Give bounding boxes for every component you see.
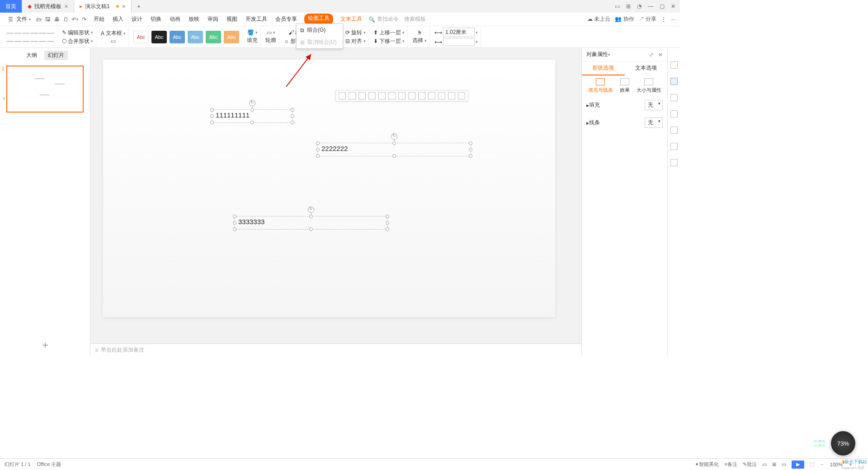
open-icon[interactable]: 🗁	[35, 15, 43, 24]
location-icon[interactable]	[670, 127, 678, 134]
maximize-icon[interactable]: ▢	[660, 3, 665, 9]
fill-label: 填充	[247, 37, 258, 44]
menu-design[interactable]: 设计	[131, 14, 143, 25]
fill-line-tab[interactable]: 填充与线条	[588, 78, 613, 94]
layer-up[interactable]: ⬆上移一层▾	[373, 29, 405, 37]
search-input[interactable]: 🔍查找命令、搜索模板	[368, 15, 426, 23]
placeholder-box[interactable]: ▭	[111, 38, 116, 44]
feedback-icon[interactable]	[670, 159, 678, 166]
dropdown-group[interactable]: ⧉组合(G)	[297, 24, 343, 36]
floating-align-toolbar[interactable]	[335, 90, 468, 101]
link-icon[interactable]	[670, 110, 678, 118]
panel-title: 对象属性	[586, 51, 608, 58]
outline-label: 轮廓	[265, 37, 276, 44]
cloud-status[interactable]: ☁ 未上云	[587, 15, 610, 23]
height-icon: ⟷	[434, 39, 442, 45]
textbox-3-text: 3333333	[238, 218, 264, 226]
menu-view[interactable]: 视图	[226, 14, 238, 25]
notes-bar[interactable]: ≡单击此处添加备注	[90, 343, 581, 356]
menu-transition[interactable]: 切换	[150, 14, 162, 25]
properties-icon[interactable]	[670, 78, 678, 85]
tab-home[interactable]: 首页	[0, 0, 22, 13]
layout-icon[interactable]: ▭	[615, 3, 620, 9]
textbox-1[interactable]: 111111111	[212, 109, 293, 123]
annotation-arrow	[284, 51, 320, 91]
minimize-icon[interactable]: —	[648, 3, 653, 9]
size-props-tab[interactable]: 大小与属性	[637, 78, 661, 94]
canvas-area: 111111111 2222222 3333333 ≡单击此处添加备注	[90, 48, 581, 356]
slides-tab[interactable]: 幻灯片	[44, 51, 68, 60]
print-icon[interactable]: 🖶	[53, 15, 61, 24]
properties-panel: 对象属性▾⤢✕ 形状选项 文本选项 填充与线条 效果 大小与属性 ▸ 填充无 ▸…	[581, 48, 667, 356]
edit-shape[interactable]: ✎编辑形状▾	[62, 29, 93, 37]
redo-icon[interactable]: ↷	[80, 15, 88, 24]
shape-gallery[interactable]	[6, 29, 54, 45]
more-icon[interactable]: ⋮	[661, 16, 666, 23]
outline-tab[interactable]: 大纲	[23, 51, 41, 60]
close-panel-icon[interactable]: ✕	[658, 52, 663, 58]
align-button[interactable]: ⊟对齐▾	[345, 38, 366, 45]
height-input[interactable]	[443, 38, 475, 46]
diamond-icon[interactable]	[670, 61, 678, 69]
select-label[interactable]: 选择▾	[412, 37, 427, 44]
fill-row[interactable]: ▸ 填充无	[582, 96, 667, 114]
tab-template[interactable]: ◆找稻壳模板✕	[22, 0, 74, 13]
close-icon[interactable]: ✕	[122, 4, 126, 9]
help-icon[interactable]	[670, 143, 678, 150]
share-button[interactable]: ↗ 分享	[639, 15, 656, 23]
dropdown-ungroup: ⊞取消组合(U)	[297, 36, 343, 48]
style-6[interactable]: Abc	[224, 31, 239, 43]
shape-options-tab[interactable]: 形状选项	[582, 61, 625, 75]
collapse-ribbon-icon[interactable]: ︿	[671, 15, 676, 23]
slide[interactable]: 111111111 2222222 3333333	[103, 60, 555, 317]
skin-icon[interactable]: ◔	[637, 3, 642, 9]
width-input[interactable]: 1.02厘米	[443, 28, 475, 37]
textbox-2-text: 2222222	[321, 145, 348, 152]
menu-vip[interactable]: 会员专享	[274, 14, 298, 25]
pin-icon[interactable]: ⤢	[649, 52, 654, 58]
file-menu[interactable]: ☰文件▾	[4, 15, 34, 24]
preview-icon[interactable]: 🗋	[62, 15, 70, 24]
style-3[interactable]: Abc	[170, 31, 185, 43]
apps-icon[interactable]: ⊞	[626, 3, 631, 9]
image-icon[interactable]	[670, 94, 678, 101]
slide-thumb-1[interactable]: 1	[6, 66, 84, 113]
add-slide-button[interactable]: ＋	[40, 338, 50, 352]
collab-button[interactable]: 👥 协作	[615, 15, 634, 23]
menu-start[interactable]: 开始	[93, 14, 105, 25]
close-icon[interactable]: ✕	[64, 4, 68, 9]
menu-insert[interactable]: 插入	[112, 14, 124, 25]
close-icon[interactable]: ✕	[671, 3, 675, 9]
collapse-panel-icon[interactable]: «	[3, 96, 5, 101]
textbox-2[interactable]: 2222222	[317, 143, 471, 156]
side-tools	[667, 48, 680, 356]
undo-icon[interactable]: ↶▾	[71, 15, 79, 24]
menu-dev[interactable]: 开发工具	[245, 14, 268, 25]
merge-shape[interactable]: ⬡合并形状▾	[62, 38, 93, 45]
text-options-tab[interactable]: 文本选项	[625, 61, 668, 75]
fill-button[interactable]: 🪣▾	[247, 29, 258, 36]
style-5[interactable]: Abc	[206, 31, 221, 43]
tab-doc[interactable]: ▸演示文稿1✕	[74, 0, 132, 13]
slide-panel: « 大纲 幻灯片 1 ＋	[0, 48, 90, 356]
svg-line-0	[286, 54, 311, 87]
style-1[interactable]: Abc	[133, 31, 149, 43]
menu-play[interactable]: 放映	[188, 14, 200, 25]
menu-review[interactable]: 审阅	[207, 14, 219, 25]
style-2[interactable]: Abc	[151, 31, 167, 43]
effects-tab[interactable]: 效果	[620, 78, 630, 94]
style-4[interactable]: Abc	[188, 31, 203, 43]
menu-anim[interactable]: 动画	[169, 14, 181, 25]
select-pane[interactable]: 🖱	[417, 29, 422, 36]
textbox-3[interactable]: 3333333	[234, 216, 388, 230]
save-icon[interactable]: 🖫	[44, 15, 52, 24]
group-dropdown: ⧉组合(G) ⊞取消组合(U)	[296, 24, 343, 49]
rotate-button[interactable]: ⟳旋转▾	[345, 29, 366, 37]
fill-select[interactable]: 无	[645, 100, 663, 110]
add-tab[interactable]: ＋	[132, 0, 146, 13]
layer-down[interactable]: ⬇下移一层▾	[373, 38, 405, 45]
text-box[interactable]: A文本框▾	[101, 29, 126, 37]
outline-button[interactable]: ▭▾	[267, 29, 275, 36]
line-row[interactable]: ▸ 线条无	[582, 114, 667, 132]
line-select[interactable]: 无	[645, 118, 663, 128]
